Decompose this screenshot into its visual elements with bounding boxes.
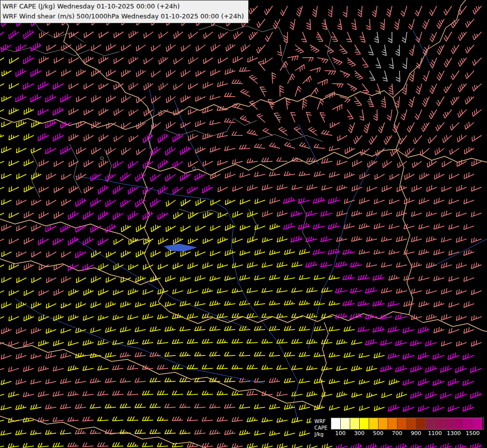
wind-barb — [0, 418, 4, 423]
wind-barb — [277, 157, 288, 161]
wind-barb — [257, 45, 265, 53]
wind-barb — [374, 223, 385, 228]
wind-barb — [202, 107, 213, 113]
wind-barb — [84, 186, 94, 193]
wind-barb — [317, 99, 324, 110]
wind-barb — [284, 275, 295, 280]
wind-barb — [0, 82, 4, 89]
wind-barb — [217, 391, 228, 395]
wind-barb — [210, 250, 220, 256]
wind-barb — [262, 158, 273, 162]
wind-barb — [247, 365, 258, 369]
wind-barb — [240, 172, 250, 177]
wind-barb — [210, 120, 221, 125]
wind-barb — [421, 122, 429, 132]
wind-barb — [38, 238, 49, 245]
wind-barb — [98, 315, 108, 321]
wind-barb — [31, 148, 41, 153]
wind-barb — [351, 340, 362, 344]
wind-barb — [54, 187, 64, 193]
wind-barb — [24, 185, 34, 192]
wind-barb — [405, 148, 414, 156]
wind-barb — [388, 32, 392, 43]
wind-barb — [76, 302, 86, 308]
wind-barb — [136, 148, 146, 155]
wind-barb — [9, 134, 19, 140]
wind-barb — [419, 224, 429, 229]
legend-swatch — [369, 418, 379, 429]
wind-barb — [374, 352, 385, 358]
wind-barb — [314, 275, 325, 279]
wind-barb — [249, 32, 258, 40]
wind-barb — [8, 341, 19, 346]
wind-barb — [150, 430, 161, 434]
wind-barb — [350, 288, 362, 293]
wind-barb — [396, 211, 407, 217]
wind-barb — [114, 84, 123, 90]
map-title-line2: WRF Wind shear (m/s) 500/1000hPa Wednesd… — [2, 11, 244, 21]
wind-barb — [234, 31, 243, 39]
wind-barb — [202, 288, 213, 293]
wind-barb — [0, 109, 4, 114]
wind-barb — [9, 316, 19, 321]
wind-barb — [441, 288, 452, 294]
wind-barb — [383, 160, 392, 168]
wind-barb — [218, 186, 228, 192]
wind-barb — [46, 303, 56, 308]
wind-barb — [344, 223, 355, 228]
wind-barb — [471, 212, 482, 217]
wind-barb — [1, 224, 11, 230]
wind-barb — [39, 187, 49, 192]
wind-barb — [425, 340, 437, 346]
wind-barb — [336, 339, 347, 344]
wind-barb — [401, 6, 407, 16]
wind-barb — [32, 277, 42, 283]
wind-barb — [448, 378, 459, 385]
wind-barb — [321, 366, 332, 370]
wind-barb — [8, 392, 19, 397]
wind-barb — [195, 251, 205, 256]
wind-barb — [402, 32, 407, 43]
wind-barb — [120, 430, 131, 434]
wind-barb — [396, 288, 407, 293]
wind-barb — [291, 112, 296, 122]
wind-barb — [189, 32, 198, 38]
legend-tick: 900 — [411, 430, 421, 437]
wind-barb — [121, 250, 131, 257]
wind-barb — [378, 122, 385, 133]
wind-barb — [69, 134, 79, 141]
wind-barb — [306, 287, 317, 292]
wind-barb — [151, 45, 161, 51]
wind-barb — [172, 391, 183, 395]
wind-barb — [277, 184, 288, 190]
wind-barb — [151, 71, 161, 77]
wind-barb — [157, 365, 168, 369]
wind-barb — [473, 58, 482, 66]
wind-barb — [53, 133, 64, 141]
wind-barb — [358, 274, 370, 280]
wind-barb — [472, 289, 482, 295]
wind-barb — [437, 71, 444, 81]
wind-barb — [441, 262, 452, 268]
wind-barb — [69, 83, 79, 89]
wind-barb — [456, 365, 467, 372]
wind-barb — [195, 301, 206, 306]
wind-barb — [288, 56, 298, 61]
wind-barb — [91, 353, 101, 358]
wind-barb — [307, 444, 317, 448]
wind-barb — [187, 417, 198, 421]
wind-barb — [429, 6, 437, 16]
wind-barb — [329, 327, 340, 331]
wind-barb — [106, 301, 116, 308]
wind-barb — [380, 19, 385, 30]
wind-barb — [225, 276, 235, 281]
wind-barb — [428, 135, 437, 143]
wind-barb — [233, 186, 243, 192]
wind-barb — [451, 71, 459, 80]
wind-barb — [367, 392, 377, 397]
wind-barb — [62, 45, 71, 51]
wind-barb — [321, 211, 332, 217]
wind-barb — [270, 143, 281, 148]
wind-barb — [284, 378, 295, 383]
legend-swatch — [473, 418, 483, 429]
